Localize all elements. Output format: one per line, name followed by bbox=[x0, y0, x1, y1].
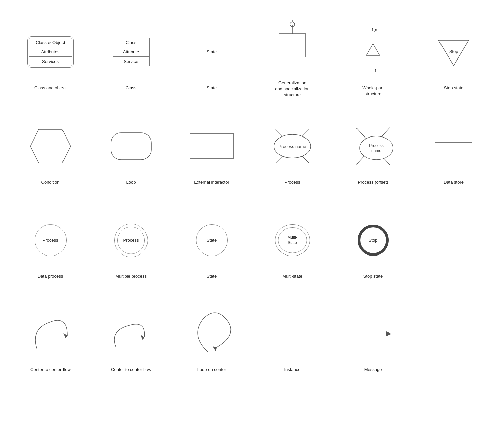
cell-multi-state: Multi-State Multi-state bbox=[252, 203, 333, 290]
shape-multi-state: Multi-State bbox=[255, 210, 329, 271]
svg-text:Process name: Process name bbox=[278, 144, 306, 149]
label-multi-state: Multi-state bbox=[282, 273, 302, 287]
svg-text:1: 1 bbox=[374, 68, 377, 73]
row-gap-3 bbox=[10, 290, 494, 297]
label-loop-on-center: Loop on center bbox=[197, 367, 226, 380]
generalization-svg bbox=[269, 20, 316, 74]
label-center-flow-1: Center to center flow bbox=[30, 367, 71, 380]
shape-data-store bbox=[417, 116, 491, 177]
label-data-store: Data store bbox=[444, 179, 464, 193]
svg-marker-31 bbox=[213, 346, 217, 352]
shape-state: State bbox=[175, 22, 249, 82]
svg-marker-30 bbox=[140, 335, 144, 340]
cell-empty-r4 bbox=[413, 297, 494, 384]
shape-center-flow-1 bbox=[13, 304, 87, 364]
svg-marker-29 bbox=[63, 333, 67, 338]
label-process: Process bbox=[285, 179, 300, 193]
svg-text:Stop: Stop bbox=[449, 49, 458, 54]
shape-state-circle: State bbox=[175, 210, 249, 271]
class-object-section-3: Services bbox=[29, 57, 72, 66]
class-object-section-2: Attributes bbox=[29, 47, 72, 57]
class-section-2: Attribute bbox=[113, 47, 149, 57]
svg-marker-9 bbox=[366, 44, 380, 55]
data-process-text: Process bbox=[43, 238, 58, 243]
label-multiple-process: Multiple process bbox=[115, 273, 147, 287]
diagram-grid: Class-&-Object Attributes Services Class… bbox=[10, 10, 494, 384]
multi-state-text: Multi-State bbox=[287, 235, 297, 245]
row-gap-1 bbox=[10, 102, 494, 109]
shape-center-flow-2 bbox=[94, 304, 168, 364]
hexagon-svg bbox=[29, 126, 72, 166]
label-class: Class bbox=[126, 85, 137, 99]
svg-marker-33 bbox=[386, 331, 391, 336]
svg-point-26 bbox=[360, 136, 393, 160]
cell-whole-part: 1,m 1 Whole-partstructure bbox=[333, 10, 413, 102]
cell-empty-r3 bbox=[413, 203, 494, 290]
svg-marker-14 bbox=[30, 129, 71, 163]
label-class-object: Class and object bbox=[34, 85, 67, 99]
svg-rect-15 bbox=[111, 133, 151, 160]
arc-flow-1-svg bbox=[27, 312, 74, 356]
shape-instance bbox=[255, 304, 329, 364]
shape-process: Process name bbox=[255, 116, 329, 177]
process-offset-svg: Process name bbox=[348, 119, 398, 173]
cell-state-circle: State State bbox=[171, 203, 252, 290]
shape-data-process: Process bbox=[13, 210, 87, 271]
svg-text:1,m: 1,m bbox=[371, 27, 379, 32]
arc-flow-2-svg bbox=[108, 312, 155, 356]
label-state-circle: State bbox=[207, 273, 217, 287]
multiple-process-text: Process bbox=[123, 238, 139, 243]
cell-stop-state-circle: Stop Stop state bbox=[333, 203, 413, 290]
shape-condition bbox=[13, 116, 87, 177]
shape-multiple-process: Process bbox=[94, 210, 168, 271]
label-state: State bbox=[207, 85, 217, 99]
cell-process-offset: Process name Process (offset) bbox=[333, 109, 413, 196]
label-generalization: Generalizationand specializationstructur… bbox=[275, 80, 309, 99]
shape-message bbox=[336, 304, 410, 364]
shape-empty-r4 bbox=[417, 304, 491, 364]
stop-triangle-svg: Stop bbox=[435, 30, 472, 74]
shape-class-object: Class-&-Object Attributes Services bbox=[13, 22, 87, 82]
shape-stop-state-tri: Stop bbox=[417, 22, 491, 82]
message-svg bbox=[349, 327, 396, 341]
label-stop-state-circle: Stop state bbox=[363, 273, 383, 287]
cell-center-flow-1: Center to center flow bbox=[10, 297, 91, 384]
shape-loop-on-center bbox=[175, 304, 249, 364]
class-section-3: Service bbox=[113, 57, 149, 66]
cell-class-object: Class-&-Object Attributes Services Class… bbox=[10, 10, 91, 102]
cell-message: Message bbox=[333, 297, 413, 384]
cell-class: Class Attribute Service Class bbox=[91, 10, 171, 102]
cell-center-flow-2: Center to center flow bbox=[91, 297, 171, 384]
label-condition: Condition bbox=[41, 179, 60, 193]
cell-loop-on-center: Loop on center bbox=[171, 297, 252, 384]
shape-whole-part: 1,m 1 bbox=[336, 22, 410, 82]
svg-text:Process: Process bbox=[369, 143, 383, 148]
cell-data-store: Data store bbox=[413, 109, 494, 196]
cell-ext-interactor: External interactor bbox=[171, 109, 252, 196]
svg-text:name: name bbox=[371, 148, 381, 153]
label-process-offset: Process (offset) bbox=[358, 179, 388, 193]
row-gap-2 bbox=[10, 196, 494, 203]
cell-state: State State bbox=[171, 10, 252, 102]
label-loop: Loop bbox=[126, 179, 136, 193]
shape-ext-interactor bbox=[175, 116, 249, 177]
label-stop-state-tri: Stop state bbox=[444, 85, 464, 99]
shape-process-offset: Process name bbox=[336, 116, 410, 177]
shape-class: Class Attribute Service bbox=[94, 22, 168, 82]
cell-process: Process name Process bbox=[252, 109, 333, 196]
label-center-flow-2: Center to center flow bbox=[111, 367, 151, 380]
shape-stop-state-circle: Stop bbox=[336, 210, 410, 271]
shape-generalization bbox=[255, 17, 329, 77]
loop-center-svg bbox=[190, 309, 234, 359]
class-object-section-1: Class-&-Object bbox=[29, 38, 72, 47]
label-data-process: Data process bbox=[38, 273, 64, 287]
cell-data-process: Process Data process bbox=[10, 203, 91, 290]
label-ext-interactor: External interactor bbox=[194, 179, 229, 193]
cell-stop-state-tri: Stop Stop state bbox=[413, 10, 494, 102]
stop-state-circle-text: Stop bbox=[369, 238, 378, 243]
class-section-1: Class bbox=[113, 38, 149, 47]
loop-svg bbox=[109, 129, 153, 163]
label-instance: Instance bbox=[284, 367, 300, 380]
label-message: Message bbox=[364, 367, 382, 380]
label-whole-part: Whole-partstructure bbox=[362, 85, 384, 99]
